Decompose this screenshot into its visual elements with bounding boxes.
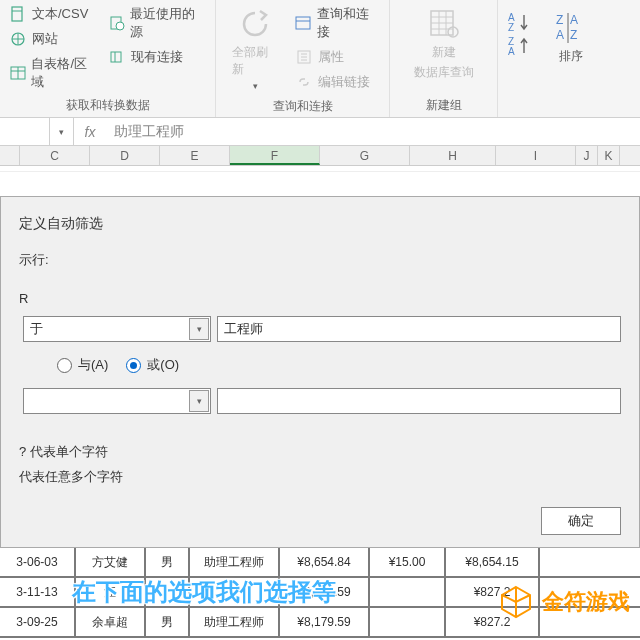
group-label: 获取和转换数据: [6, 94, 209, 114]
brand-cube-icon: [498, 584, 534, 620]
file-icon: [9, 5, 27, 23]
database-icon: [427, 7, 461, 41]
subtitle-overlay: 在下面的选项我们选择等: [72, 576, 336, 608]
col-g[interactable]: G: [320, 146, 410, 165]
sort-button[interactable]: ZAAZ 排序: [544, 7, 598, 69]
link-icon: [295, 73, 313, 91]
col-e[interactable]: E: [160, 146, 230, 165]
refresh-all[interactable]: 全部刷新 ▾: [222, 3, 289, 95]
from-text-csv[interactable]: 文本/CSV: [6, 3, 101, 25]
sort-desc-icon[interactable]: ZA: [508, 35, 532, 57]
chevron-down-icon: ▾: [197, 396, 202, 406]
ribbon-group-new: 新建 数据库查询 新建组: [390, 0, 498, 117]
name-box[interactable]: [0, 118, 50, 145]
ribbon-group-get-data: 文本/CSV 网站 自表格/区域 最近使用的源 现有连接 获取和转换数据: [0, 0, 216, 117]
new-db-query[interactable]: 新建 数据库查询: [404, 3, 484, 85]
table-row: 3-06-03 方艾健 男 助理工程师 ¥8,654.84 ¥15.00 ¥8,…: [0, 548, 640, 578]
queries-connections[interactable]: 查询和连接: [292, 3, 383, 43]
svg-rect-6: [296, 17, 310, 29]
combo-dropdown-btn[interactable]: ▾: [189, 390, 209, 412]
sort-big-icon: ZAAZ: [554, 11, 588, 45]
criteria-row-1: 于 ▾ 工程师: [23, 316, 621, 342]
globe-icon: [9, 30, 27, 48]
group-label: 新建组: [396, 94, 491, 114]
svg-text:Z: Z: [556, 13, 563, 27]
col-c[interactable]: C: [20, 146, 90, 165]
svg-point-4: [116, 22, 124, 30]
dialog-field-label: R: [19, 291, 621, 306]
chevron-down-icon: ▾: [253, 81, 258, 91]
formula-bar: ▾ fx 助理工程师: [0, 118, 640, 146]
queries-icon: [295, 14, 312, 32]
col-l[interactable]: L: [620, 146, 640, 165]
sort-controls[interactable]: AZ ZA: [504, 7, 536, 61]
brand-text: 金符游戏: [542, 587, 630, 617]
formula-value[interactable]: 助理工程师: [106, 123, 184, 141]
svg-text:A: A: [556, 28, 564, 42]
column-headers: C D E F G H I J K L: [0, 146, 640, 166]
properties-icon: [295, 48, 313, 66]
ok-button[interactable]: 确定: [541, 507, 621, 535]
properties: 属性: [292, 46, 383, 68]
ribbon-group-queries: 全部刷新 ▾ 查询和连接 属性 编辑链接 查询和连接: [216, 0, 390, 117]
value-combo-2[interactable]: [217, 388, 621, 414]
value-combo-1[interactable]: 工程师: [217, 316, 621, 342]
radio-on-icon: [126, 358, 141, 373]
wildcard-hints: ? 代表单个字符 代表任意多个字符: [19, 440, 621, 489]
svg-text:Z: Z: [570, 28, 577, 42]
radio-off-icon: [57, 358, 72, 373]
ribbon: 文本/CSV 网站 自表格/区域 最近使用的源 现有连接 获取和转换数据 全部刷…: [0, 0, 640, 118]
radio-and[interactable]: 与(A): [57, 356, 108, 374]
refresh-icon: [238, 7, 272, 41]
col-k[interactable]: K: [598, 146, 620, 165]
ribbon-group-sort: AZ ZA ZAAZ 排序: [498, 0, 640, 117]
svg-text:A: A: [570, 13, 578, 27]
col-f[interactable]: F: [230, 146, 320, 165]
chevron-down-icon: ▾: [59, 127, 64, 137]
table-icon: [9, 64, 26, 82]
sort-asc-icon[interactable]: AZ: [508, 11, 532, 33]
fx-button[interactable]: fx: [74, 124, 106, 140]
recent-sources[interactable]: 最近使用的源: [105, 3, 209, 43]
brand-watermark: 金符游戏: [498, 584, 630, 620]
operator-combo-2[interactable]: ▾: [23, 388, 211, 414]
dialog-subtitle: 示行:: [19, 251, 621, 269]
dialog-title: 定义自动筛选: [19, 215, 621, 233]
col-i[interactable]: I: [496, 146, 576, 165]
from-table-range[interactable]: 自表格/区域: [6, 53, 101, 93]
svg-rect-0: [12, 7, 22, 21]
connection-icon: [108, 48, 126, 66]
chevron-down-icon: ▾: [197, 324, 202, 334]
col-h[interactable]: H: [410, 146, 496, 165]
select-all-corner[interactable]: [0, 146, 20, 165]
svg-rect-5: [111, 52, 121, 62]
existing-connections[interactable]: 现有连接: [105, 46, 209, 68]
operator-combo-1[interactable]: 于 ▾: [23, 316, 211, 342]
from-web[interactable]: 网站: [6, 28, 101, 50]
autofilter-dialog: 定义自动筛选 示行: R 于 ▾ 工程师 与(A) 或(O) ▾ ? 代表单个字…: [0, 196, 640, 548]
logic-radios: 与(A) 或(O): [57, 356, 621, 374]
criteria-row-2: ▾: [23, 388, 621, 414]
svg-text:Z: Z: [508, 22, 514, 33]
col-j[interactable]: J: [576, 146, 598, 165]
combo-dropdown-btn[interactable]: ▾: [189, 318, 209, 340]
sheet-row: [0, 166, 640, 172]
col-d[interactable]: D: [90, 146, 160, 165]
recent-icon: [108, 14, 125, 32]
group-label: 查询和连接: [222, 95, 383, 115]
radio-or[interactable]: 或(O): [126, 356, 179, 374]
svg-text:A: A: [508, 46, 515, 57]
name-box-dropdown[interactable]: ▾: [50, 118, 74, 145]
edit-links: 编辑链接: [292, 71, 383, 93]
